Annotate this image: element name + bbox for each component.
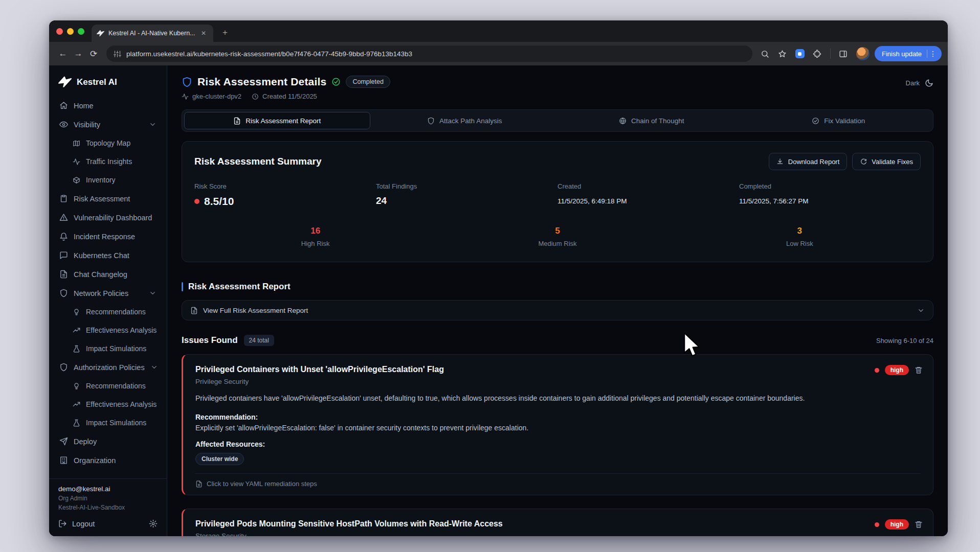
sidebar-item-label: Network Policies bbox=[74, 289, 128, 297]
activity-icon bbox=[182, 93, 189, 100]
sidebar-item-kubernetes-chat[interactable]: Kubernetes Chat bbox=[54, 246, 162, 265]
sidebar-item-label: Topology Map bbox=[86, 139, 130, 147]
traffic-lights bbox=[56, 20, 84, 42]
theme-toggle[interactable]: Dark bbox=[906, 79, 933, 87]
sidebar-item-network-policies[interactable]: Network Policies bbox=[54, 284, 162, 303]
severity-dot bbox=[875, 368, 879, 373]
url-bar[interactable]: platform.usekestrel.ai/kubernetes-risk-a… bbox=[106, 45, 752, 62]
sidebar-item-label: Deploy bbox=[74, 438, 97, 446]
affected-resource-badge: Cluster wide bbox=[195, 453, 244, 465]
bookmark-star-icon[interactable] bbox=[775, 46, 790, 61]
sidebar-item-vulnerability-dashboard[interactable]: Vulnerability Dashboard bbox=[54, 208, 162, 227]
trash-icon[interactable] bbox=[915, 366, 923, 374]
shield-icon bbox=[427, 117, 435, 125]
tab-favicon-kestrel-icon bbox=[97, 30, 104, 37]
sidebar-item-np-impact-simulations[interactable]: Impact Simulations bbox=[54, 339, 162, 358]
stat-value: 8.5/10 bbox=[204, 195, 234, 208]
shield-icon bbox=[182, 77, 192, 87]
sidebar-item-incident-response[interactable]: Incident Response bbox=[54, 227, 162, 246]
sidebar-item-ap-recommendations[interactable]: Recommendations bbox=[54, 377, 162, 395]
view-full-report-row[interactable]: View Full Risk Assessment Report bbox=[182, 300, 933, 320]
issue-controls: high bbox=[875, 365, 923, 375]
kestrel-logo-icon bbox=[58, 76, 72, 89]
download-report-label: Download Report bbox=[788, 158, 839, 166]
site-settings-icon[interactable] bbox=[114, 50, 121, 58]
stat-label: Risk Score bbox=[194, 182, 376, 190]
back-icon[interactable]: ← bbox=[55, 46, 71, 61]
issue-footer[interactable]: Click to view YAML remediation steps bbox=[195, 473, 921, 495]
tab-close-icon[interactable]: ✕ bbox=[199, 29, 208, 38]
tab-chain-of-thought[interactable]: Chain of Thought bbox=[559, 112, 744, 129]
reload-icon[interactable]: ⟳ bbox=[86, 46, 101, 61]
extensions-puzzle-icon[interactable] bbox=[810, 46, 825, 61]
trash-icon[interactable] bbox=[915, 520, 923, 528]
user-block: demo@kestrel.ai Org Admin Kestrel-AI-Liv… bbox=[49, 478, 167, 513]
sidebar-item-inventory[interactable]: Inventory bbox=[54, 171, 162, 189]
cluster-name: gke-cluster-dpv2 bbox=[192, 93, 241, 100]
issue-footer-label: Click to view YAML remediation steps bbox=[207, 480, 317, 488]
gear-icon[interactable] bbox=[149, 519, 158, 528]
tab-risk-assessment-report[interactable]: Risk Assessment Report bbox=[184, 112, 370, 129]
severity-dot bbox=[875, 522, 879, 527]
count-label: High Risk bbox=[194, 240, 436, 247]
user-role: Org Admin bbox=[58, 495, 158, 502]
view-full-report-label: View Full Risk Assessment Report bbox=[203, 307, 308, 314]
issue-card[interactable]: Privileged Pods Mounting Sensitive HostP… bbox=[182, 509, 933, 536]
forward-icon[interactable]: → bbox=[71, 46, 86, 61]
extension-icon[interactable] bbox=[792, 46, 808, 61]
tab-label: Chain of Thought bbox=[631, 117, 684, 125]
sidebar-item-np-recommendations[interactable]: Recommendations bbox=[54, 303, 162, 321]
new-tab-button[interactable]: + bbox=[218, 27, 232, 39]
sidebar-item-traffic-insights[interactable]: Traffic Insights bbox=[54, 152, 162, 171]
issue-description: Privileged containers have 'allowPrivile… bbox=[195, 393, 921, 405]
validate-fixes-button[interactable]: Validate Fixes bbox=[852, 153, 921, 170]
sidebar-item-np-effectiveness-analysis[interactable]: Effectiveness Analysis bbox=[54, 321, 162, 339]
theme-label: Dark bbox=[906, 79, 920, 87]
toolbar-right-icons: Finish update ⋮ bbox=[758, 46, 942, 61]
tab-label: Risk Assessment Report bbox=[246, 117, 321, 125]
maximize-window-button[interactable] bbox=[78, 28, 84, 35]
sidebar-item-organization[interactable]: Organization bbox=[54, 451, 162, 470]
sidebar-item-ap-effectiveness-analysis[interactable]: Effectiveness Analysis bbox=[54, 395, 162, 413]
sidebar-item-label: Effectiveness Analysis bbox=[86, 400, 157, 408]
browser-tab[interactable]: Kestrel AI - AI-Native Kubern... ✕ bbox=[92, 25, 213, 42]
sidebar-item-topology-map[interactable]: Topology Map bbox=[54, 134, 162, 152]
profile-avatar[interactable] bbox=[856, 47, 870, 60]
stat-label: Completed bbox=[739, 182, 921, 190]
download-icon bbox=[776, 158, 784, 165]
browser-window: Kestrel AI - AI-Native Kubern... ✕ + ← →… bbox=[49, 20, 948, 536]
tab-fix-validation[interactable]: Fix Validation bbox=[746, 112, 931, 129]
tab-attack-path-analysis[interactable]: Attack Path Analysis bbox=[372, 112, 558, 129]
sidebar-item-authorization-policies[interactable]: Authorization Policies bbox=[54, 358, 162, 377]
issue-category: Storage Security bbox=[195, 532, 921, 536]
moon-icon[interactable] bbox=[925, 79, 933, 87]
user-org: Kestrel-AI-Live-Sandbox bbox=[58, 504, 158, 511]
sidebar-item-visibility[interactable]: Visibility bbox=[54, 115, 162, 134]
browser-menu-kebab-icon[interactable]: ⋮ bbox=[927, 50, 939, 58]
tab-title: Kestrel AI - AI-Native Kubern... bbox=[108, 30, 195, 37]
recommendation-text: Explicitly set 'allowPrivilegeEscalation… bbox=[195, 424, 921, 432]
issue-card[interactable]: Privileged Containers with Unset 'allowP… bbox=[182, 354, 933, 495]
report-tabs: Risk Assessment Report Attack Path Analy… bbox=[182, 109, 933, 132]
sidebar-item-deploy[interactable]: Deploy bbox=[54, 432, 162, 451]
recommendation-label: Recommendation: bbox=[195, 413, 921, 421]
finish-update-button[interactable]: Finish update ⋮ bbox=[875, 46, 942, 61]
logout-button[interactable]: Logout bbox=[72, 520, 95, 528]
zoom-icon[interactable] bbox=[758, 46, 773, 61]
sidebar-item-ap-impact-simulations[interactable]: Impact Simulations bbox=[54, 413, 162, 432]
brand[interactable]: Kestrel AI bbox=[49, 74, 167, 96]
sidebar-item-label: Visibility bbox=[74, 121, 100, 129]
side-panel-icon[interactable] bbox=[836, 46, 851, 61]
issues-title: Issues Found bbox=[182, 335, 238, 346]
close-window-button[interactable] bbox=[56, 28, 63, 35]
sidebar-item-risk-assessment[interactable]: Risk Assessment bbox=[54, 189, 162, 208]
sidebar-item-home[interactable]: Home bbox=[54, 96, 162, 115]
clock-icon bbox=[252, 93, 259, 100]
download-report-button[interactable]: Download Report bbox=[769, 153, 847, 170]
sidebar-item-chat-changelog[interactable]: Chat Changelog bbox=[54, 265, 162, 284]
minimize-window-button[interactable] bbox=[67, 28, 74, 35]
page-title: Risk Assessment Details bbox=[197, 76, 326, 88]
created-meta: Created 11/5/2025 bbox=[252, 93, 317, 100]
file-text-icon bbox=[233, 117, 241, 125]
severity-badge: high bbox=[885, 519, 909, 530]
